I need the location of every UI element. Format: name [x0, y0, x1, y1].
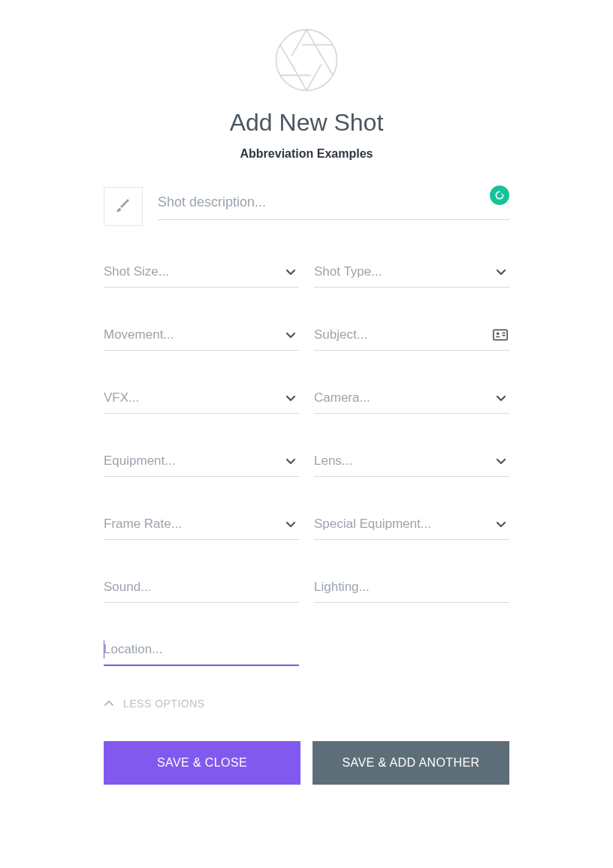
shot-size-select[interactable]	[104, 256, 299, 288]
chevron-down-icon	[285, 393, 296, 403]
subject-field[interactable]	[314, 319, 509, 351]
movement-input[interactable]	[104, 327, 299, 342]
text-caret	[104, 640, 104, 659]
vfx-input[interactable]	[104, 390, 299, 405]
equipment-select[interactable]	[104, 445, 299, 477]
chevron-down-icon	[285, 330, 296, 340]
grammarly-icon[interactable]	[490, 185, 509, 205]
chevron-down-icon	[496, 456, 506, 466]
location-input[interactable]	[104, 642, 299, 657]
sound-field[interactable]	[104, 571, 299, 603]
svg-line-3	[317, 49, 333, 75]
chevron-down-icon	[285, 456, 296, 466]
dialog-title: Add New Shot	[104, 109, 509, 137]
dialog-subtitle[interactable]: Abbreviation Examples	[104, 147, 509, 161]
chevron-down-icon	[285, 519, 296, 529]
chevron-down-icon	[496, 393, 506, 403]
chevron-down-icon	[496, 267, 506, 277]
add-shot-dialog: Add New Shot Abbreviation Examples	[104, 0, 509, 785]
frame-rate-select[interactable]	[104, 508, 299, 540]
less-options-toggle[interactable]: LESS OPTIONS	[104, 698, 509, 710]
shot-type-select[interactable]	[314, 256, 509, 288]
special-equipment-input[interactable]	[314, 517, 509, 532]
vfx-select[interactable]	[104, 382, 299, 414]
sound-input[interactable]	[104, 580, 299, 595]
save-add-another-button[interactable]: SAVE & ADD ANOTHER	[313, 741, 509, 785]
movement-select[interactable]	[104, 319, 299, 351]
lens-select[interactable]	[314, 445, 509, 477]
svg-line-4	[306, 64, 322, 90]
svg-point-0	[276, 30, 337, 91]
lighting-field[interactable]	[314, 571, 509, 603]
description-field	[158, 187, 509, 220]
camera-select[interactable]	[314, 382, 509, 414]
camera-input[interactable]	[314, 390, 509, 405]
description-row	[104, 187, 509, 226]
chevron-down-icon	[496, 519, 506, 529]
dialog-header: Add New Shot Abbreviation Examples	[104, 26, 509, 161]
contact-card-icon[interactable]	[493, 329, 508, 341]
save-close-button[interactable]: SAVE & CLOSE	[104, 741, 300, 785]
button-row: SAVE & CLOSE SAVE & ADD ANOTHER	[104, 741, 509, 785]
brush-icon	[114, 197, 132, 215]
svg-line-7	[291, 64, 306, 90]
lens-input[interactable]	[314, 454, 509, 469]
lighting-input[interactable]	[314, 580, 509, 595]
subject-input[interactable]	[314, 327, 509, 342]
equipment-input[interactable]	[104, 454, 299, 469]
special-equipment-select[interactable]	[314, 508, 509, 540]
shot-size-input[interactable]	[104, 264, 299, 279]
less-options-label: LESS OPTIONS	[123, 698, 205, 710]
svg-line-8	[291, 30, 306, 56]
frame-rate-input[interactable]	[104, 517, 299, 532]
aperture-icon	[273, 26, 340, 94]
chevron-up-icon	[104, 698, 114, 709]
shot-type-input[interactable]	[314, 264, 509, 279]
thumbnail-button[interactable]	[104, 187, 143, 226]
svg-point-10	[497, 332, 500, 335]
shot-description-input[interactable]	[158, 187, 509, 220]
chevron-down-icon	[285, 267, 296, 277]
fields-grid	[104, 256, 509, 666]
location-field[interactable]	[104, 634, 299, 666]
